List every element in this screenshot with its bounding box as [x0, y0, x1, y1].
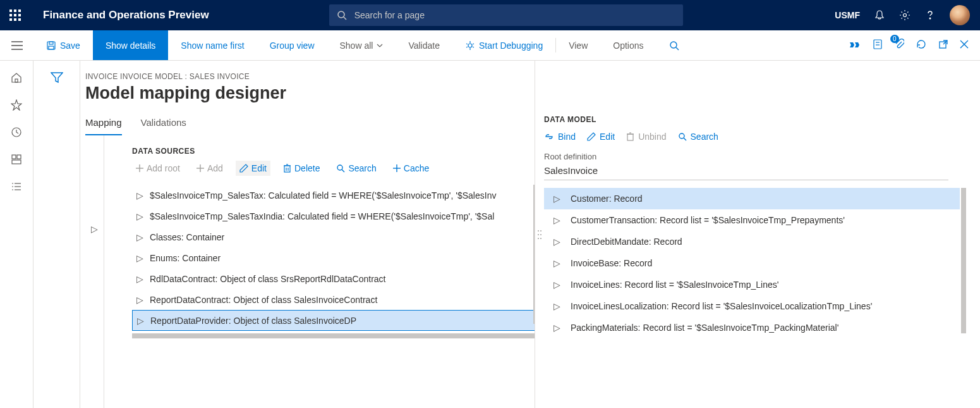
search-placeholder: Search for a page — [354, 10, 425, 20]
workspace-icon — [11, 154, 22, 165]
global-search[interactable]: Search for a page — [329, 4, 683, 26]
filter-button[interactable] — [51, 72, 63, 408]
start-debugging-button[interactable]: Start Debugging — [452, 30, 555, 60]
datasource-types-expander[interactable]: ▷ — [85, 135, 104, 408]
chevron-down-icon — [377, 44, 383, 47]
filter-icon — [51, 72, 63, 83]
nav-workspaces[interactable] — [11, 154, 22, 167]
horizontal-scrollbar[interactable] — [132, 333, 535, 338]
settings-button[interactable] — [899, 9, 910, 21]
office-button[interactable] — [873, 39, 883, 52]
help-button[interactable] — [924, 9, 936, 21]
caret-right-icon: ▷ — [552, 323, 562, 333]
caret-right-icon: ▷ — [135, 316, 145, 326]
show-details-button[interactable]: Show details — [93, 30, 168, 60]
datasource-row[interactable]: ▷RdlDataContract: Object of class SrsRep… — [132, 268, 535, 289]
svg-point-56 — [538, 234, 539, 235]
caret-right-icon: ▷ — [552, 258, 562, 268]
datamodel-label: DirectDebitMandate: Record — [571, 237, 682, 247]
refresh-button[interactable] — [916, 39, 927, 52]
datasource-row[interactable]: ▷ReportDataContract: Object of class Sal… — [132, 289, 535, 310]
star-icon — [11, 99, 22, 111]
gear-icon — [899, 9, 910, 21]
nav-modules[interactable] — [11, 181, 22, 194]
vertical-scrollbar[interactable] — [533, 185, 535, 324]
edit-button[interactable]: Edit — [236, 161, 270, 176]
dm-search-button[interactable]: Search — [678, 132, 718, 142]
validate-button[interactable]: Validate — [396, 30, 452, 60]
show-name-first-button[interactable]: Show name first — [168, 30, 257, 60]
nav-favorites[interactable] — [11, 99, 22, 113]
add-button[interactable]: Add — [193, 161, 227, 176]
caret-right-icon: ▷ — [91, 224, 98, 234]
bind-button[interactable]: Bind — [544, 132, 576, 142]
notifications-button[interactable] — [874, 9, 885, 21]
svg-point-54 — [538, 230, 539, 232]
attachments-button[interactable]: 0 — [894, 39, 904, 52]
link-icon — [544, 133, 554, 140]
caret-right-icon: ▷ — [552, 215, 562, 225]
splitter-icon — [538, 228, 541, 241]
save-button[interactable]: Save — [33, 30, 93, 60]
root-definition-value[interactable]: SalesInvoice — [544, 165, 948, 180]
datamodel-label: CustomerTransaction: Record list = '$Sal… — [571, 215, 845, 225]
page-search-button[interactable] — [656, 30, 692, 60]
delete-button[interactable]: Delete — [279, 161, 324, 176]
modules-icon — [11, 181, 22, 192]
datasource-row[interactable]: ▷Enums: Container — [132, 247, 535, 268]
svg-point-17 — [670, 42, 677, 48]
datamodel-row[interactable]: ▷InvoiceLinesLocalization: Record list =… — [544, 295, 960, 317]
unbind-button[interactable]: Unbind — [626, 132, 666, 142]
svg-marker-20 — [855, 42, 859, 47]
add-root-button[interactable]: Add root — [132, 161, 184, 176]
options-menu[interactable]: Options — [600, 30, 656, 60]
dm-edit-button[interactable]: Edit — [587, 132, 615, 142]
datamodel-row[interactable]: ▷InvoiceBase: Record — [544, 252, 960, 274]
svg-marker-40 — [51, 73, 63, 82]
datasource-row[interactable]: ▷Classes: Container — [132, 226, 535, 247]
view-menu[interactable]: View — [556, 30, 600, 60]
nav-toggle[interactable] — [0, 30, 33, 60]
vertical-scrollbar[interactable] — [961, 188, 966, 333]
datasource-label: ReportDataProvider: Object of class Sale… — [150, 316, 356, 326]
datasource-label: $SalesInvoiceTmp_SalesTax: Calculated fi… — [150, 190, 496, 201]
caret-right-icon: ▷ — [552, 194, 562, 204]
user-avatar[interactable] — [950, 5, 970, 25]
attachment-count: 0 — [890, 35, 899, 43]
datasource-row[interactable]: ▷$SalesInvoiceTmp_SalesTaxIndia: Calcula… — [132, 206, 535, 226]
datamodel-row[interactable]: ▷InvoiceLines: Record list = '$SalesInvo… — [544, 274, 960, 295]
close-button[interactable] — [960, 40, 969, 51]
app-title: Finance and Operations Preview — [43, 9, 209, 22]
datamodel-row[interactable]: ▷DirectDebitMandate: Record — [544, 231, 960, 252]
svg-point-2 — [904, 14, 907, 17]
clock-icon — [11, 127, 22, 138]
svg-line-13 — [466, 44, 468, 44]
datasource-row[interactable]: ▷$SalesInvoiceTmp_SalesTax: Calculated f… — [132, 185, 535, 206]
svg-point-59 — [540, 238, 541, 239]
caret-right-icon: ▷ — [135, 253, 145, 263]
datamodel-row[interactable]: ▷PackingMaterials: Record list = '$Sales… — [544, 317, 960, 338]
svg-point-3 — [929, 18, 931, 19]
show-all-dropdown[interactable]: Show all — [327, 30, 396, 60]
close-icon — [960, 40, 969, 49]
group-view-button[interactable]: Group view — [257, 30, 327, 60]
svg-line-1 — [344, 17, 346, 20]
search-icon — [336, 164, 345, 173]
tab-mapping[interactable]: Mapping — [85, 117, 122, 135]
nav-recent[interactable] — [11, 127, 22, 140]
app-launcher[interactable] — [0, 0, 30, 30]
search-button[interactable]: Search — [332, 161, 380, 176]
datamodel-row[interactable]: ▷Customer: Record — [544, 188, 960, 209]
splitter[interactable] — [535, 61, 544, 408]
caret-right-icon: ▷ — [552, 280, 562, 290]
popout-button[interactable] — [938, 39, 948, 51]
nav-home[interactable] — [11, 72, 22, 85]
tab-validations[interactable]: Validations — [141, 117, 186, 135]
plus-icon — [136, 164, 143, 172]
popout-icon — [938, 39, 948, 49]
cache-button[interactable]: Cache — [389, 161, 433, 176]
datasource-row[interactable]: ▷ReportDataProvider: Object of class Sal… — [132, 310, 535, 331]
datamodel-row[interactable]: ▷CustomerTransaction: Record list = '$Sa… — [544, 209, 960, 231]
link-button[interactable] — [850, 40, 861, 51]
company-picker[interactable]: USMF — [835, 10, 860, 20]
